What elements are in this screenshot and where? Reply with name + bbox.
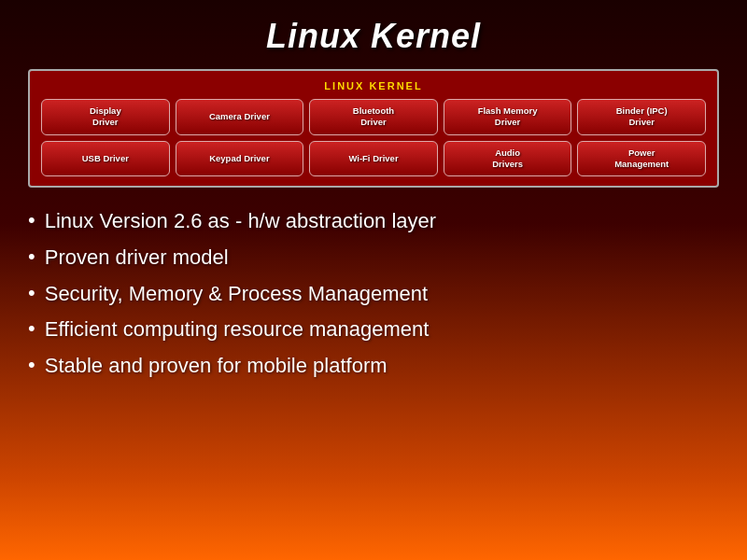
bullet-item-4: • Efficient computing resource managemen… [28,316,719,343]
slide: Linux Kernel Linux Kernel DisplayDriver … [0,0,747,560]
kernel-diagram-label: Linux Kernel [41,80,706,91]
power-management-btn[interactable]: PowerManagement [577,141,706,177]
bullet-dot-4: • [28,316,35,341]
usb-driver-btn[interactable]: USB Driver [41,141,170,177]
driver-row-2: USB Driver Keypad Driver Wi-Fi Driver Au… [41,141,706,177]
slide-title: Linux Kernel [266,17,481,56]
bullet-text-5: Stable and proven for mobile platform [45,353,388,380]
display-driver-btn[interactable]: DisplayDriver [41,99,170,135]
bullet-dot-5: • [28,353,35,377]
bullet-dot-1: • [28,208,35,232]
audio-drivers-btn[interactable]: AudioDrivers [444,141,572,177]
bullet-text-4: Efficient computing resource management [45,316,430,343]
bluetooth-driver-btn[interactable]: BluetoothDriver [309,99,438,135]
bullet-text-3: Security, Memory & Process Management [45,281,428,308]
bullet-item-5: • Stable and proven for mobile platform [28,353,719,380]
bullet-text-1: Linux Version 2.6 as - h/w abstraction l… [45,208,436,235]
bullet-dot-2: • [28,245,35,269]
bullet-text-2: Proven driver model [45,245,229,272]
bullet-list: • Linux Version 2.6 as - h/w abstraction… [28,208,719,379]
kernel-diagram: Linux Kernel DisplayDriver Camera Driver… [28,69,719,188]
bullet-dot-3: • [28,281,35,305]
wifi-driver-btn[interactable]: Wi-Fi Driver [309,141,438,177]
binder-driver-btn[interactable]: Binder (IPC)Driver [577,99,706,135]
keypad-driver-btn[interactable]: Keypad Driver [176,141,304,177]
camera-driver-btn[interactable]: Camera Driver [176,99,304,135]
flash-memory-driver-btn[interactable]: Flash MemoryDriver [444,99,572,135]
bullet-item-1: • Linux Version 2.6 as - h/w abstraction… [28,208,719,235]
driver-row-1: DisplayDriver Camera Driver BluetoothDri… [41,99,706,135]
bullet-item-2: • Proven driver model [28,245,719,272]
bullet-item-3: • Security, Memory & Process Management [28,281,719,308]
